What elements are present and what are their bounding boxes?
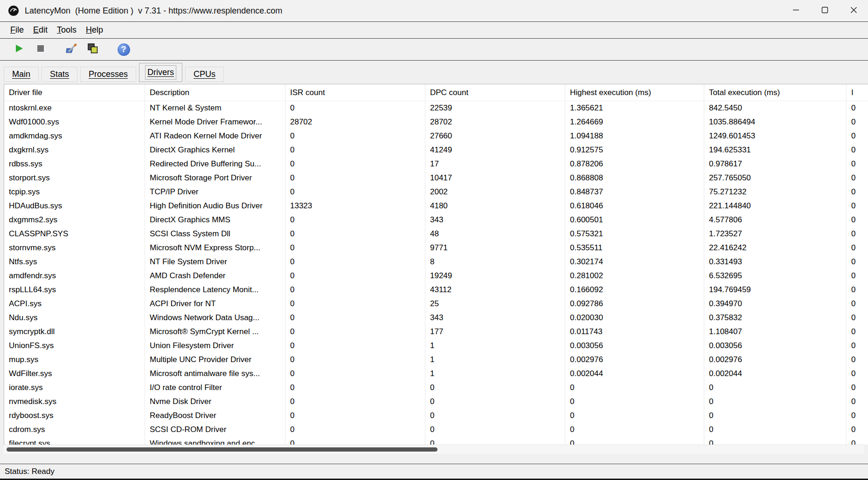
- cell-driver-file: UnionFS.sys: [4, 339, 145, 353]
- cell-clipped-column: 0: [847, 381, 868, 395]
- cell-highest-execution: 0.166092: [565, 283, 704, 297]
- cell-isr-count: 0: [285, 381, 425, 395]
- cell-total-execution: 1249.601453: [704, 129, 847, 143]
- cell-description: ReadyBoost Driver: [145, 409, 285, 423]
- tab[interactable]: Processes: [80, 67, 136, 82]
- column-header[interactable]: Driver file: [4, 84, 145, 101]
- tab[interactable]: Stats: [42, 67, 77, 82]
- cell-clipped-column: 0: [847, 241, 868, 255]
- cell-clipped-column: 0: [847, 185, 868, 199]
- table-row[interactable]: rdbss.sys Redirected Drive Buffering Su.…: [4, 157, 868, 171]
- cell-description: I/O rate control Filter: [145, 381, 285, 395]
- start-monitor-button[interactable]: [10, 41, 28, 58]
- cell-dpc-count: 0: [425, 409, 565, 423]
- table-row[interactable]: WdFilter.sys Microsoft antimalware file …: [4, 367, 868, 381]
- cell-highest-execution: 1.264669: [565, 115, 704, 129]
- cell-total-execution: 4.577806: [704, 213, 847, 227]
- cell-total-execution: 1.723527: [704, 227, 847, 241]
- cell-total-execution: 221.144840: [704, 199, 847, 213]
- cell-driver-file: stornvme.sys: [4, 241, 145, 255]
- cell-description: NT Kernel & System: [145, 101, 285, 115]
- menu-item[interactable]: Help: [81, 25, 108, 35]
- cell-dpc-count: 22539: [425, 101, 565, 115]
- windows-button[interactable]: [84, 41, 102, 58]
- cell-description: Redirected Drive Buffering Su...: [145, 157, 285, 171]
- table-row[interactable]: ntoskrnl.exe NT Kernel & System 0 22539 …: [4, 101, 868, 115]
- table-row[interactable]: dxgmms2.sys DirectX Graphics MMS 0 343 0…: [4, 213, 868, 227]
- cell-description: NT File System Driver: [145, 255, 285, 269]
- horizontal-scrollbar[interactable]: [4, 445, 864, 454]
- tab-label: Drivers: [147, 68, 174, 77]
- table-row[interactable]: tcpip.sys TCP/IP Driver 0 2002 0.848737 …: [4, 185, 868, 199]
- table-row[interactable]: rspLLL64.sys Resplendence Latency Monit.…: [4, 283, 868, 297]
- column-header[interactable]: ISR count: [285, 84, 425, 101]
- table-row[interactable]: Ndu.sys Windows Network Data Usag... 0 3…: [4, 311, 868, 325]
- column-header[interactable]: I: [847, 84, 868, 101]
- column-header[interactable]: Description: [145, 84, 285, 101]
- table-row[interactable]: amdfendr.sys AMD Crash Defender 0 19249 …: [4, 269, 868, 283]
- table-row[interactable]: rdyboost.sys ReadyBoost Driver 0 0 0 0 0: [4, 409, 868, 423]
- maximize-button[interactable]: [810, 0, 839, 21]
- close-button[interactable]: [839, 0, 868, 21]
- table-row[interactable]: HDAudBus.sys High Definition Audio Bus D…: [4, 199, 868, 213]
- table-row[interactable]: iorate.sys I/O rate control Filter 0 0 0…: [4, 381, 868, 395]
- cell-clipped-column: 0: [847, 353, 868, 367]
- table-row[interactable]: filecrypt.sys Windows sandboxing and enc…: [4, 437, 868, 445]
- cell-total-execution: 0.003056: [704, 339, 847, 353]
- scrollbar-thumb[interactable]: [7, 447, 437, 452]
- menubar: File Edit Tools Help: [0, 22, 868, 39]
- menu-item[interactable]: Tools: [52, 25, 81, 35]
- cell-description: Windows sandboxing and enc...: [145, 437, 285, 445]
- tab[interactable]: Drivers: [139, 63, 182, 82]
- column-header[interactable]: Highest execution (ms): [565, 84, 704, 101]
- cell-description: SCSI CD-ROM Driver: [145, 423, 285, 437]
- help-button[interactable]: ?: [115, 41, 132, 58]
- cell-driver-file: HDAudBus.sys: [4, 199, 145, 213]
- cell-isr-count: 0: [285, 101, 425, 115]
- table-row[interactable]: nvmedisk.sys Nvme Disk Driver 0 0 0 0 0: [4, 395, 868, 409]
- tools-button[interactable]: [62, 41, 80, 58]
- column-header[interactable]: DPC count: [425, 84, 565, 101]
- stop-monitor-button[interactable]: [32, 41, 49, 58]
- table-row[interactable]: UnionFS.sys Union Filesystem Driver 0 1 …: [4, 339, 868, 353]
- cell-total-execution: 0.331493: [704, 255, 847, 269]
- tab[interactable]: Main: [4, 67, 39, 82]
- table-row[interactable]: storport.sys Microsoft Storage Port Driv…: [4, 171, 868, 185]
- cell-isr-count: 0: [285, 437, 425, 445]
- cell-dpc-count: 48: [425, 227, 565, 241]
- cell-clipped-column: 0: [847, 129, 868, 143]
- minimize-button[interactable]: [781, 0, 810, 21]
- table-row[interactable]: symcryptk.dll Microsoft® SymCrypt Kernel…: [4, 325, 868, 339]
- cell-highest-execution: 0.281002: [565, 269, 704, 283]
- cell-total-execution: 257.765050: [704, 171, 847, 185]
- close-icon: [850, 7, 857, 15]
- table-row[interactable]: CLASSPNP.SYS SCSI Class System Dll 0 48 …: [4, 227, 868, 241]
- cell-clipped-column: 0: [847, 409, 868, 423]
- table-row[interactable]: mup.sys Multiple UNC Provider Driver 0 1…: [4, 353, 868, 367]
- table-row[interactable]: stornvme.sys Microsoft NVM Express Storp…: [4, 241, 868, 255]
- table-row[interactable]: dxgkrnl.sys DirectX Graphics Kernel 0 41…: [4, 143, 868, 157]
- cell-description: Microsoft® SymCrypt Kernel ...: [145, 325, 285, 339]
- column-header[interactable]: Total execution (ms): [704, 84, 847, 101]
- cell-dpc-count: 10417: [425, 171, 565, 185]
- cell-clipped-column: 0: [847, 227, 868, 241]
- cell-highest-execution: 0: [565, 423, 704, 437]
- table-row[interactable]: Ntfs.sys NT File System Driver 0 8 0.302…: [4, 255, 868, 269]
- latencymon-gauge-icon: [7, 5, 20, 17]
- window-spacer: [0, 454, 868, 464]
- cell-driver-file: symcryptk.dll: [4, 325, 145, 339]
- cell-dpc-count: 19249: [425, 269, 565, 283]
- cell-description: Union Filesystem Driver: [145, 339, 285, 353]
- menu-item[interactable]: File: [6, 25, 28, 35]
- cell-highest-execution: 0.302174: [565, 255, 704, 269]
- menu-item[interactable]: Edit: [28, 25, 52, 35]
- stacked-windows-icon: [87, 42, 99, 56]
- tab[interactable]: CPUs: [185, 67, 224, 82]
- cell-dpc-count: 0: [425, 423, 565, 437]
- table-row[interactable]: Wdf01000.sys Kernel Mode Driver Framewor…: [4, 115, 868, 129]
- table-row[interactable]: cdrom.sys SCSI CD-ROM Driver 0 0 0 0 0: [4, 423, 868, 437]
- cell-isr-count: 0: [285, 409, 425, 423]
- status-bar: Status: Ready: [0, 464, 868, 480]
- table-row[interactable]: amdkmdag.sys ATI Radeon Kernel Mode Driv…: [4, 129, 868, 143]
- table-row[interactable]: ACPI.sys ACPI Driver for NT 0 25 0.09278…: [4, 297, 868, 311]
